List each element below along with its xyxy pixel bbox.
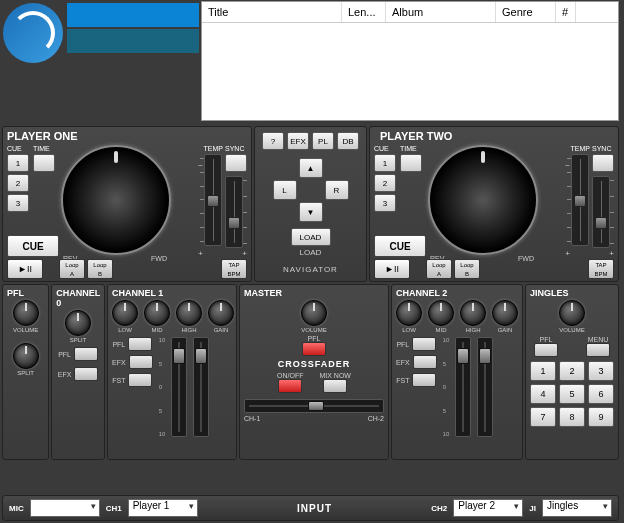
p1-loop-a-button[interactable]: LoopA xyxy=(59,259,85,279)
p2-cue-3[interactable]: 3 xyxy=(374,194,396,212)
p2-pitch-slider[interactable] xyxy=(592,176,610,248)
pfl-volume-knob[interactable] xyxy=(13,300,39,326)
track-list-header: Title Len... Album Genre # xyxy=(202,2,618,23)
ch2-select[interactable]: Player 2 xyxy=(453,499,523,517)
navigator-panel: ? EFX PL DB ▲ L R ▼ LOAD LOAD NAVIGATOR xyxy=(254,126,367,282)
p1-play-pause-button[interactable]: ►II xyxy=(7,259,43,279)
master-volume-knob[interactable] xyxy=(301,300,327,326)
pfl-split-knob[interactable] xyxy=(13,343,39,369)
ch1-fader-2[interactable] xyxy=(193,337,209,437)
master-panel: MASTER VOLUME PFL CROSSFADER ON/OFF MIX … xyxy=(239,284,389,460)
jingles-menu-button[interactable] xyxy=(586,343,610,357)
p1-cue-2[interactable]: 2 xyxy=(7,174,29,192)
ch1-fst-button[interactable] xyxy=(128,373,152,387)
player-two-title: PLAYER TWO xyxy=(374,130,614,142)
p2-cue-1[interactable]: 1 xyxy=(374,154,396,172)
ch1-mid-knob[interactable] xyxy=(144,300,170,326)
ch1-efx-button[interactable] xyxy=(129,355,153,369)
jingle-4[interactable]: 4 xyxy=(530,384,556,404)
jingle-2[interactable]: 2 xyxy=(559,361,585,381)
nav-db-button[interactable]: DB xyxy=(337,132,359,150)
pfl-panel: PFL VOLUME SPLIT xyxy=(2,284,49,460)
ch1-select[interactable]: Player 1 xyxy=(128,499,198,517)
crossfader-title: CROSSFADER xyxy=(244,359,384,369)
ch1-low-knob[interactable] xyxy=(112,300,138,326)
nav-up-button[interactable]: ▲ xyxy=(299,158,323,178)
ch2-high-knob[interactable] xyxy=(460,300,486,326)
nav-load-button[interactable]: LOAD xyxy=(291,228,331,246)
p1-time-button[interactable] xyxy=(33,154,55,172)
p2-sync-button[interactable] xyxy=(592,154,614,172)
ch2-low-knob[interactable] xyxy=(396,300,422,326)
track-list[interactable]: Title Len... Album Genre # xyxy=(201,1,619,121)
library-badge-1[interactable] xyxy=(67,3,199,27)
player-two-panel: PLAYER TWO CUE 1 2 3 TIME REV FWD CUE ►I… xyxy=(369,126,619,282)
jingles-pfl-button[interactable] xyxy=(534,343,558,357)
p1-cue-1[interactable]: 1 xyxy=(7,154,29,172)
p2-jog-wheel[interactable] xyxy=(428,145,538,255)
jingle-8[interactable]: 8 xyxy=(559,407,585,427)
p2-play-pause-button[interactable]: ►II xyxy=(374,259,410,279)
ch2-mid-knob[interactable] xyxy=(428,300,454,326)
library-badge-2[interactable] xyxy=(67,29,199,53)
jingles-volume-knob[interactable] xyxy=(559,300,585,326)
input-bar: MIC CH1 Player 1 INPUT CH2 Player 2 JI J… xyxy=(2,495,619,521)
ch1-pfl-button[interactable] xyxy=(128,337,152,351)
ch2-pfl-button[interactable] xyxy=(412,337,436,351)
jingle-9[interactable]: 9 xyxy=(588,407,614,427)
ch2-fader-2[interactable] xyxy=(477,337,493,437)
ch2-fader[interactable] xyxy=(455,337,471,437)
p1-pitch-slider[interactable] xyxy=(225,176,243,248)
crossfader-onoff-button[interactable] xyxy=(278,379,302,393)
nav-right-button[interactable]: R xyxy=(325,180,349,200)
ch0-efx-button[interactable] xyxy=(74,367,98,381)
crossfader-slider[interactable] xyxy=(244,399,384,413)
nav-left-button[interactable]: L xyxy=(273,180,297,200)
col-genre[interactable]: Genre xyxy=(496,2,556,22)
jingle-5[interactable]: 5 xyxy=(559,384,585,404)
ch1-fader[interactable] xyxy=(171,337,187,437)
p2-loop-b-button[interactable]: LoopB xyxy=(454,259,480,279)
jingle-3[interactable]: 3 xyxy=(588,361,614,381)
p1-tap-bpm-button[interactable]: TAPBPM xyxy=(221,259,247,279)
p2-time-button[interactable] xyxy=(400,154,422,172)
ch2-gain-knob[interactable] xyxy=(492,300,518,326)
input-title: INPUT xyxy=(204,503,426,514)
p2-tempo-slider[interactable] xyxy=(571,154,589,246)
nav-down-button[interactable]: ▼ xyxy=(299,202,323,222)
nav-pl-button[interactable]: PL xyxy=(312,132,334,150)
p1-tempo-slider[interactable] xyxy=(204,154,222,246)
ch2-efx-button[interactable] xyxy=(413,355,437,369)
ch0-split-knob[interactable] xyxy=(65,310,91,336)
nav-help-button[interactable]: ? xyxy=(262,132,284,150)
library-panel: Title Len... Album Genre # xyxy=(1,1,619,121)
ch1-gain-knob[interactable] xyxy=(208,300,234,326)
jingle-6[interactable]: 6 xyxy=(588,384,614,404)
player-one-title: PLAYER ONE xyxy=(7,130,247,142)
col-album[interactable]: Album xyxy=(386,2,496,22)
col-title[interactable]: Title xyxy=(202,2,342,22)
master-pfl-button[interactable] xyxy=(302,342,326,356)
p2-cue-2[interactable]: 2 xyxy=(374,174,396,192)
ch1-high-knob[interactable] xyxy=(176,300,202,326)
mix-now-button[interactable] xyxy=(323,379,347,393)
col-length[interactable]: Len... xyxy=(342,2,386,22)
library-sidebar xyxy=(1,1,201,121)
mic-select[interactable] xyxy=(30,499,100,517)
p2-cue-button[interactable]: CUE xyxy=(374,235,426,257)
jingle-1[interactable]: 1 xyxy=(530,361,556,381)
channel-1-panel: CHANNEL 1 LOW MID HIGH GAIN PFL EFX FST … xyxy=(107,284,237,460)
p1-cue-3[interactable]: 3 xyxy=(7,194,29,212)
p2-tap-bpm-button[interactable]: TAPBPM xyxy=(588,259,614,279)
p1-jog-wheel[interactable] xyxy=(61,145,171,255)
jingles-select[interactable]: Jingles xyxy=(542,499,612,517)
p1-sync-button[interactable] xyxy=(225,154,247,172)
ch0-pfl-button[interactable] xyxy=(74,347,98,361)
p2-loop-a-button[interactable]: LoopA xyxy=(426,259,452,279)
p1-loop-b-button[interactable]: LoopB xyxy=(87,259,113,279)
nav-efx-button[interactable]: EFX xyxy=(287,132,309,150)
ch2-fst-button[interactable] xyxy=(412,373,436,387)
p1-cue-button[interactable]: CUE xyxy=(7,235,59,257)
jingle-7[interactable]: 7 xyxy=(530,407,556,427)
col-num[interactable]: # xyxy=(556,2,576,22)
